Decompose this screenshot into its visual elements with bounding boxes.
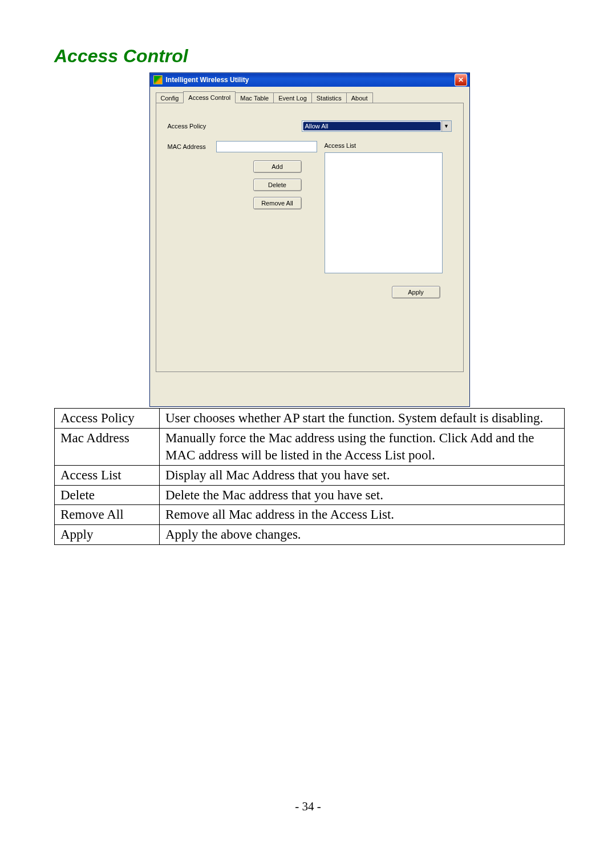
term-cell: Remove All: [55, 505, 160, 525]
table-row: Delete Delete the Mac address that you h…: [55, 485, 565, 505]
tab-access-control[interactable]: Access Control: [183, 91, 236, 103]
table-row: Mac Address Manually force the Mac addre…: [55, 428, 565, 465]
remove-all-button[interactable]: Remove All: [253, 197, 302, 209]
add-button[interactable]: Add: [253, 160, 302, 173]
description-table: Access Policy User chooses whether AP st…: [54, 408, 565, 545]
access-list-label: Access List: [325, 142, 356, 149]
desc-cell: User chooses whether AP start the functi…: [160, 409, 565, 429]
term-cell: Apply: [55, 525, 160, 545]
apply-button[interactable]: Apply: [392, 286, 440, 298]
mac-address-label: MAC Address: [168, 143, 216, 150]
desc-cell: Manually force the Mac address using the…: [160, 428, 565, 465]
term-cell: Access Policy: [55, 409, 160, 429]
tab-strip: Config Access Control Mac Table Event Lo…: [156, 91, 464, 103]
table-row: Access Policy User chooses whether AP st…: [55, 409, 565, 429]
delete-button[interactable]: Delete: [253, 179, 302, 191]
access-policy-label: Access Policy: [168, 123, 253, 130]
close-button[interactable]: ✕: [455, 74, 467, 86]
tab-mac-table[interactable]: Mac Table: [235, 92, 274, 103]
desc-cell: Display all Mac Address that you have se…: [160, 465, 565, 485]
desc-cell: Apply the above changes.: [160, 525, 565, 545]
tab-statistics[interactable]: Statistics: [311, 92, 347, 103]
access-policy-select[interactable]: Allow All ▼: [302, 120, 452, 132]
term-cell: Access List: [55, 465, 160, 485]
tab-panel: Access Policy Allow All ▼ MAC Address Ac…: [156, 103, 464, 372]
desc-cell: Remove all Mac address in the Access Lis…: [160, 505, 565, 525]
section-heading: Access Control: [54, 46, 565, 67]
app-window: Intelligent Wireless Utility ✕ Config Ac…: [149, 72, 470, 407]
window-title: Intelligent Wireless Utility: [166, 76, 455, 84]
desc-cell: Delete the Mac address that you have set…: [160, 485, 565, 505]
access-policy-value: Allow All: [303, 122, 441, 131]
table-row: Access List Display all Mac Address that…: [55, 465, 565, 485]
titlebar: Intelligent Wireless Utility ✕: [150, 73, 469, 87]
tab-about[interactable]: About: [346, 92, 373, 103]
tab-event-log[interactable]: Event Log: [273, 92, 312, 103]
table-row: Apply Apply the above changes.: [55, 525, 565, 545]
tab-config[interactable]: Config: [156, 92, 184, 103]
table-row: Remove All Remove all Mac address in the…: [55, 505, 565, 525]
term-cell: Mac Address: [55, 428, 160, 465]
app-icon: [153, 75, 163, 84]
access-list-box[interactable]: [325, 152, 443, 273]
chevron-down-icon: ▼: [441, 121, 451, 131]
page-number: - 34 -: [0, 799, 616, 814]
mac-address-input[interactable]: [216, 141, 317, 152]
term-cell: Delete: [55, 485, 160, 505]
